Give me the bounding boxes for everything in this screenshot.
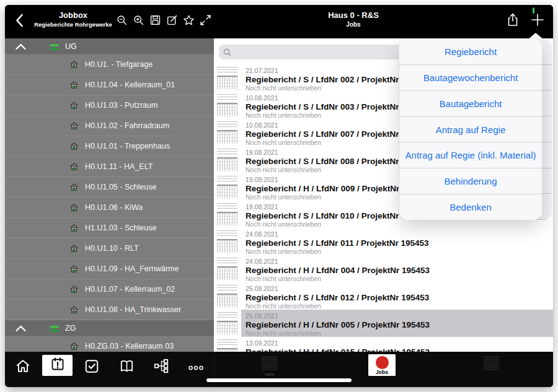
create-report-menu: Regiebericht Bautagewochenbericht Bautag… bbox=[399, 39, 542, 220]
building-icon bbox=[69, 244, 79, 255]
tree-item-room[interactable]: H0.U1. - Tiefgarage bbox=[5, 54, 214, 75]
compose-button[interactable] bbox=[166, 15, 178, 27]
tree-item-label: H0.U1.01 - Treppenhaus bbox=[85, 142, 170, 150]
building-icon bbox=[69, 81, 79, 92]
book-icon bbox=[118, 358, 135, 377]
menu-item[interactable]: Antrag auf Regie bbox=[399, 116, 542, 142]
level-stack-icon bbox=[50, 42, 59, 53]
document-thumbnail bbox=[215, 338, 240, 352]
job-title: Regiebericht / H / LfdNr 004 / ProjektNr… bbox=[246, 266, 549, 275]
expand-button[interactable] bbox=[199, 15, 211, 27]
building-icon bbox=[69, 142, 79, 153]
home-indicator[interactable] bbox=[206, 378, 352, 382]
job-date: 13.09.2021 bbox=[246, 339, 549, 347]
document-thumbnail bbox=[215, 229, 240, 255]
job-row-text: 25.08.2021 Regiebericht / H / LfdNr 005 … bbox=[241, 310, 553, 337]
job-title: Regiebericht / S / LfdNr 012 / ProjektNr… bbox=[246, 293, 549, 302]
zoom-in-icon bbox=[133, 14, 144, 28]
tasks-button[interactable] bbox=[83, 359, 100, 376]
more-button[interactable] bbox=[187, 360, 205, 378]
star-button[interactable] bbox=[182, 15, 195, 27]
tree-item-room[interactable]: H1.U1.03 - Schleuse bbox=[5, 218, 214, 238]
tree-item-room[interactable]: H0.U1.06 - KiWa bbox=[5, 198, 214, 218]
building-icon bbox=[69, 264, 79, 276]
left-header-toolbar bbox=[115, 15, 211, 27]
job-date: 25.08.2021 bbox=[246, 285, 549, 293]
menu-item[interactable]: Bautagewochenbericht bbox=[399, 64, 542, 90]
share-button[interactable] bbox=[505, 13, 521, 29]
calendar-alert-icon bbox=[50, 357, 65, 374]
tree-item-room[interactable]: H0.ZG.03 - Kellerraum 03 bbox=[5, 336, 214, 352]
job-row[interactable]: 25.08.2021 Regiebericht / H / LfdNr 005 … bbox=[214, 310, 553, 337]
menu-item[interactable]: Antrag auf Regie (inkl. Material) bbox=[399, 142, 542, 168]
sidebar-tree: UG H0.U1. - Tiefgarage bbox=[5, 38, 214, 352]
tree-item-room[interactable]: H0.U1.10 - RLT bbox=[5, 238, 214, 259]
menu-item[interactable]: Behinderung bbox=[399, 168, 542, 194]
back-button[interactable] bbox=[11, 14, 27, 30]
tree-item-room[interactable]: H0.U1.04 - Kellerraum_01 bbox=[5, 75, 214, 95]
save-button[interactable] bbox=[149, 15, 161, 27]
job-title: Regiebericht / H / LfdNr 005 / ProjektNr… bbox=[246, 320, 549, 329]
tree-item-label: H0.ZG.03 - Kellerraum 03 bbox=[85, 342, 174, 351]
building-icon bbox=[69, 342, 79, 352]
header-bar: Jobbox Regieberichte Rohrgewerke bbox=[5, 5, 553, 38]
menu-item[interactable]: Regiebericht bbox=[399, 39, 542, 64]
chevron-up-icon[interactable] bbox=[16, 41, 26, 53]
tree-section-header[interactable]: ZG bbox=[5, 320, 214, 336]
tree-item-room[interactable]: H0.U1.08 - HA_Trinkwasser bbox=[5, 300, 214, 320]
tree-item-room[interactable]: H0.U1.01 - Treppenhaus bbox=[5, 136, 214, 157]
document-thumbnail bbox=[215, 92, 240, 118]
plus-icon bbox=[530, 12, 545, 30]
building-icon bbox=[69, 305, 79, 316]
tree-item-label: H0.U1.11 - HA_ELT bbox=[85, 162, 153, 171]
tree-item-room[interactable]: H0.U1.03 - Putzraum bbox=[5, 95, 214, 116]
tree-item-room[interactable]: H0.U1.11 - HA_ELT bbox=[5, 157, 214, 177]
tree-item-label: H0.U1.06 - KiWa bbox=[85, 203, 143, 212]
home-icon bbox=[15, 358, 31, 377]
tree-item-label: H1.U1.03 - Schleuse bbox=[85, 224, 156, 232]
jobs-header-titles: Haus 0 - R&S Jobs bbox=[290, 11, 417, 28]
record-dot-icon bbox=[376, 356, 389, 369]
zoom-in-button[interactable] bbox=[132, 15, 144, 27]
zoom-out-button[interactable] bbox=[115, 15, 128, 27]
home-button[interactable] bbox=[14, 359, 32, 376]
item-tab-icon[interactable] bbox=[262, 356, 278, 370]
tree-section-header[interactable]: UG bbox=[5, 38, 214, 54]
job-row-text: 25.08.2021 Regiebericht / S / LfdNr 012 … bbox=[241, 282, 553, 310]
building-icon bbox=[69, 224, 79, 235]
structure-button[interactable] bbox=[153, 359, 170, 376]
tree-item-label: H0.U1.07 - Kellerraum_02 bbox=[85, 285, 175, 294]
job-row[interactable]: 25.08.2021 Regiebericht / S / LfdNr 012 … bbox=[214, 282, 553, 310]
logbook-button[interactable] bbox=[118, 359, 135, 376]
jobs-tab-active[interactable]: Jobs bbox=[368, 354, 396, 376]
building-icon bbox=[69, 162, 79, 173]
calendar-check-icon bbox=[84, 358, 100, 377]
tree-item-room[interactable]: H0.U1.09 - HA_Fernwärme bbox=[5, 259, 214, 279]
expand-icon bbox=[200, 14, 211, 28]
job-row[interactable]: 13.09.2021 Regiebericht / H / LfdNr 015 … bbox=[214, 337, 553, 352]
building-icon bbox=[69, 121, 79, 133]
jobs-tab-label: Jobs bbox=[376, 369, 388, 375]
menu-item[interactable]: Bedenken bbox=[399, 194, 542, 220]
bottom-bar: Item Jobs bbox=[5, 352, 553, 387]
tree-item-room[interactable]: H0.U1.02 - Fahrradraum bbox=[5, 116, 214, 136]
job-row[interactable]: 24.08.2021 Regiebericht / H / LfdNr 004 … bbox=[214, 255, 553, 282]
tree-section-label: ZG bbox=[65, 324, 76, 333]
building-icon bbox=[69, 183, 79, 194]
building-icon bbox=[69, 203, 79, 214]
dimmed-tab-icon[interactable] bbox=[484, 356, 499, 370]
chevron-up-icon[interactable] bbox=[16, 323, 26, 334]
item-tab-label[interactable]: Item bbox=[257, 372, 282, 377]
tree-item-label: H0.U1.08 - HA_Trinkwasser bbox=[85, 305, 181, 314]
jobbox-tab-active[interactable] bbox=[42, 355, 73, 376]
app-window: Jobbox Regieberichte Rohrgewerke bbox=[5, 5, 553, 387]
job-row-text: 24.08.2021 Regiebericht / H / LfdNr 004 … bbox=[241, 255, 553, 282]
building-icon bbox=[69, 101, 79, 112]
add-button[interactable] bbox=[529, 13, 546, 29]
tree-item-room[interactable]: H0.U1.05 - Schleuse bbox=[5, 177, 214, 198]
document-thumbnail bbox=[215, 201, 240, 227]
tree-item-room[interactable]: H0.U1.07 - Kellerraum_02 bbox=[5, 279, 214, 300]
zoom-out-icon bbox=[116, 14, 128, 28]
menu-item[interactable]: Bautagebericht bbox=[399, 90, 542, 116]
job-row[interactable]: 24.08.2021 Regiebericht / S / LfdNr 011 … bbox=[214, 228, 553, 255]
